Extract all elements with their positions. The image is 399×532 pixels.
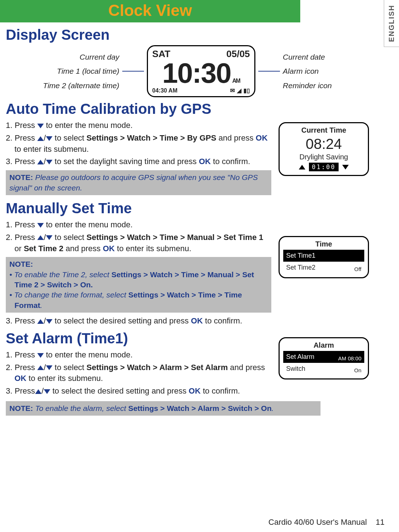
- gps-step-2: 2. Press / to select Settings > Watch > …: [6, 133, 271, 155]
- callout-current-day: Current day: [43, 52, 119, 62]
- note-manual: NOTE: To enable the Time 2, select Setti…: [6, 257, 271, 313]
- watch-time: 10:30: [162, 60, 231, 86]
- spinner-value: 01:00: [309, 163, 339, 171]
- down-arrow-icon: [46, 136, 52, 141]
- down-arrow-icon: [342, 165, 349, 170]
- note-alarm: NOTE: To enable the alarm, select Settin…: [6, 401, 321, 416]
- callout-reminder-icon: Reminder icon: [283, 81, 332, 90]
- display-screen-diagram: Current day Time 1 (local time) Time 2 (…: [6, 45, 369, 97]
- device-alarm-menu: Alarm Set Alarm AM 08:00 Switch On: [279, 337, 369, 379]
- device-current-time: Current Time 08:24 Drylight Saving 01:00: [279, 122, 369, 176]
- leader-line: [258, 71, 280, 72]
- up-arrow-icon: [37, 160, 44, 164]
- page-title: Clock View: [0, 1, 300, 20]
- down-arrow-icon: [46, 365, 52, 370]
- up-arrow-icon: [37, 319, 44, 324]
- down-arrow-icon: [44, 389, 50, 394]
- device-sub-label: Drylight Saving: [283, 153, 364, 161]
- device-title: Time: [283, 240, 364, 248]
- alarm-step-3: 3. Press/ to select the desired setting …: [6, 386, 271, 397]
- up-arrow-icon: [299, 165, 305, 170]
- section-display-screen: Display Screen: [6, 27, 369, 43]
- section-gps: Auto Time Calibration by GPS: [6, 101, 369, 117]
- menu-item-set-time2: Set Time2 Off: [283, 262, 364, 274]
- footer-manual-name: Cardio 40/60 User's Manual: [268, 518, 367, 527]
- gps-steps: 1. Press to enter the menu mode. 2. Pres…: [6, 120, 271, 167]
- device-title: Current Time: [283, 126, 364, 134]
- alarm-step-2: 2. Press / to select Settings > Watch > …: [6, 362, 271, 385]
- language-label: ENGLISH: [387, 5, 396, 42]
- up-arrow-icon: [35, 389, 42, 394]
- device-time-value: 08:24: [283, 136, 364, 152]
- up-arrow-icon: [37, 365, 44, 370]
- page-title-banner: Clock View: [0, 0, 300, 22]
- device-title: Alarm: [283, 341, 364, 349]
- note-manual-item-2: To change the time format, select Settin…: [14, 290, 268, 310]
- watch-face: SAT 05/05 10:30 AM 04:30 AM ✉ ◢ ▮▯: [147, 45, 255, 97]
- manual-step-1: 1. Press to enter the menu mode.: [6, 219, 271, 231]
- leader-line: [122, 71, 144, 72]
- gps-step-1: 1. Press to enter the menu mode.: [6, 120, 271, 131]
- callout-current-date: Current date: [283, 52, 332, 62]
- alarm-step-1: 1. Press to enter the menu mode.: [6, 349, 271, 361]
- footer-page-number: 11: [376, 518, 385, 527]
- callout-time2: Time 2 (alternate time): [43, 81, 119, 90]
- callout-alarm-icon: Alarm icon: [283, 66, 332, 76]
- manual-steps: 1. Press to enter the menu mode. 2. Pres…: [6, 219, 271, 254]
- up-arrow-icon: [37, 136, 44, 141]
- page-footer: Cardio 40/60 User's Manual 11: [0, 518, 399, 527]
- down-arrow-icon: [37, 124, 44, 128]
- battery-icon: ▮▯: [243, 87, 250, 94]
- envelope-icon: ✉: [230, 87, 235, 94]
- gps-step-3: 3. Press / to set the daylight saving ti…: [6, 156, 271, 167]
- alarm-icon: ◢: [237, 87, 241, 94]
- down-arrow-icon: [46, 319, 52, 324]
- language-tab: ENGLISH: [384, 0, 399, 47]
- callout-time1: Time 1 (local time): [43, 66, 119, 76]
- menu-item-switch: Switch On: [283, 363, 364, 375]
- down-arrow-icon: [37, 223, 44, 228]
- down-arrow-icon: [37, 353, 44, 358]
- down-arrow-icon: [46, 160, 52, 164]
- alarm-steps: 1. Press to enter the menu mode. 2. Pres…: [6, 349, 271, 397]
- manual-step-2: 2. Press / to select Settings > Watch > …: [6, 232, 271, 254]
- up-arrow-icon: [37, 235, 44, 240]
- section-manual: Manually Set Time: [6, 200, 369, 216]
- note-gps: NOTE: Please go outdoors to acquire GPS …: [6, 170, 271, 195]
- watch-ampm: AM: [232, 78, 240, 83]
- note-manual-item-1: To enable the Time 2, select Settings > …: [14, 270, 268, 290]
- menu-item-set-alarm: Set Alarm AM 08:00: [283, 351, 364, 363]
- manual-step-3: 3. Press / to select the desired setting…: [6, 316, 271, 327]
- menu-item-set-time1: Set Time1: [283, 250, 364, 262]
- watch-time2: 04:30 AM: [152, 87, 178, 94]
- down-arrow-icon: [46, 235, 52, 240]
- device-time-menu: Time Set Time1 Set Time2 Off: [279, 236, 369, 278]
